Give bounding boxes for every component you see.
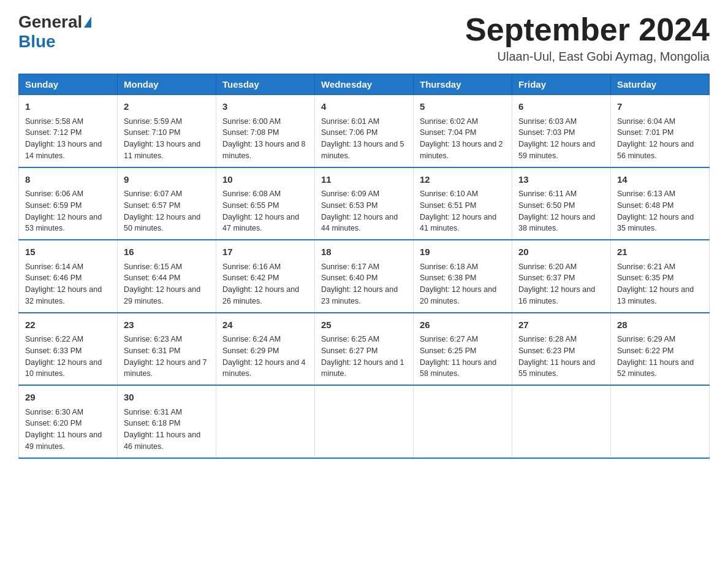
logo: General Blue <box>18 12 91 52</box>
day-info: Sunrise: 6:27 AMSunset: 6:25 PMDaylight:… <box>420 334 506 380</box>
day-info: Sunrise: 6:10 AMSunset: 6:51 PMDaylight:… <box>420 188 506 234</box>
day-info: Sunrise: 6:04 AMSunset: 7:01 PMDaylight:… <box>617 116 703 162</box>
calendar-cell: 19Sunrise: 6:18 AMSunset: 6:38 PMDayligh… <box>414 240 512 313</box>
calendar-cell: 13Sunrise: 6:11 AMSunset: 6:50 PMDayligh… <box>512 167 611 240</box>
day-number: 4 <box>321 100 407 114</box>
daylight-text: Daylight: 12 hours and 44 minutes. <box>321 212 407 235</box>
calendar-cell: 8Sunrise: 6:06 AMSunset: 6:59 PMDaylight… <box>19 167 118 240</box>
sunset-text: Sunset: 6:42 PM <box>222 272 308 284</box>
calendar-cell: 20Sunrise: 6:20 AMSunset: 6:37 PMDayligh… <box>512 240 611 313</box>
daylight-text: Daylight: 13 hours and 5 minutes. <box>321 139 407 162</box>
sunset-text: Sunset: 7:12 PM <box>25 127 111 139</box>
sunrise-text: Sunrise: 6:11 AM <box>518 188 604 200</box>
day-info: Sunrise: 6:08 AMSunset: 6:55 PMDaylight:… <box>222 188 308 234</box>
day-info: Sunrise: 6:14 AMSunset: 6:46 PMDaylight:… <box>25 261 111 307</box>
daylight-text: Daylight: 11 hours and 52 minutes. <box>617 357 703 380</box>
day-number: 22 <box>25 318 111 332</box>
day-number: 19 <box>420 245 506 259</box>
sunset-text: Sunset: 6:27 PM <box>321 345 407 357</box>
daylight-text: Daylight: 12 hours and 16 minutes. <box>518 284 604 307</box>
calendar-cell: 16Sunrise: 6:15 AMSunset: 6:44 PMDayligh… <box>118 240 216 313</box>
calendar-week-1: 1Sunrise: 5:58 AMSunset: 7:12 PMDaylight… <box>19 95 710 167</box>
sunset-text: Sunset: 6:46 PM <box>25 272 111 284</box>
day-number: 11 <box>321 173 407 187</box>
day-number: 10 <box>222 173 308 187</box>
day-number: 3 <box>222 100 308 114</box>
calendar-week-4: 22Sunrise: 6:22 AMSunset: 6:33 PMDayligh… <box>19 313 710 386</box>
daylight-text: Daylight: 12 hours and 32 minutes. <box>25 284 111 307</box>
sunset-text: Sunset: 7:04 PM <box>420 127 506 139</box>
sunset-text: Sunset: 6:55 PM <box>222 200 308 212</box>
sunrise-text: Sunrise: 6:30 AM <box>25 407 111 418</box>
day-number: 15 <box>25 245 111 259</box>
calendar-cell: 17Sunrise: 6:16 AMSunset: 6:42 PMDayligh… <box>216 240 315 313</box>
sunrise-text: Sunrise: 6:22 AM <box>25 334 111 345</box>
day-number: 8 <box>25 173 111 187</box>
calendar-week-2: 8Sunrise: 6:06 AMSunset: 6:59 PMDaylight… <box>19 167 710 240</box>
day-info: Sunrise: 6:16 AMSunset: 6:42 PMDaylight:… <box>222 261 308 307</box>
day-number: 7 <box>617 100 703 114</box>
day-info: Sunrise: 6:24 AMSunset: 6:29 PMDaylight:… <box>222 334 308 380</box>
sunset-text: Sunset: 6:18 PM <box>124 418 210 429</box>
calendar-cell: 2Sunrise: 5:59 AMSunset: 7:10 PMDaylight… <box>118 95 216 167</box>
day-info: Sunrise: 5:59 AMSunset: 7:10 PMDaylight:… <box>124 116 210 162</box>
sunset-text: Sunset: 6:50 PM <box>518 200 604 212</box>
daylight-text: Daylight: 13 hours and 8 minutes. <box>222 139 308 162</box>
header-monday: Monday <box>118 74 216 95</box>
calendar-cell: 9Sunrise: 6:07 AMSunset: 6:57 PMDaylight… <box>118 167 216 240</box>
sunrise-text: Sunrise: 6:06 AM <box>25 188 111 200</box>
day-info: Sunrise: 6:13 AMSunset: 6:48 PMDaylight:… <box>617 188 703 234</box>
sunset-text: Sunset: 7:03 PM <box>518 127 604 139</box>
day-number: 21 <box>617 245 703 259</box>
day-info: Sunrise: 6:22 AMSunset: 6:33 PMDaylight:… <box>25 334 111 380</box>
daylight-text: Daylight: 13 hours and 2 minutes. <box>420 139 506 162</box>
calendar-cell: 27Sunrise: 6:28 AMSunset: 6:23 PMDayligh… <box>512 313 611 386</box>
sunset-text: Sunset: 7:10 PM <box>124 127 210 139</box>
day-number: 27 <box>518 318 604 332</box>
day-number: 5 <box>420 100 506 114</box>
sunset-text: Sunset: 6:22 PM <box>617 345 703 357</box>
sunrise-text: Sunrise: 6:03 AM <box>518 116 604 128</box>
calendar-cell: 18Sunrise: 6:17 AMSunset: 6:40 PMDayligh… <box>315 240 414 313</box>
sunset-text: Sunset: 7:08 PM <box>222 127 308 139</box>
sunrise-text: Sunrise: 6:31 AM <box>124 407 210 418</box>
daylight-text: Daylight: 12 hours and 41 minutes. <box>420 212 506 235</box>
sunset-text: Sunset: 6:31 PM <box>124 345 210 357</box>
day-info: Sunrise: 6:00 AMSunset: 7:08 PMDaylight:… <box>222 116 308 162</box>
calendar-cell: 7Sunrise: 6:04 AMSunset: 7:01 PMDaylight… <box>611 95 710 167</box>
day-info: Sunrise: 6:09 AMSunset: 6:53 PMDaylight:… <box>321 188 407 234</box>
calendar-cell: 29Sunrise: 6:30 AMSunset: 6:20 PMDayligh… <box>19 385 118 458</box>
day-info: Sunrise: 6:07 AMSunset: 6:57 PMDaylight:… <box>124 188 210 234</box>
daylight-text: Daylight: 12 hours and 10 minutes. <box>25 357 111 380</box>
day-info: Sunrise: 6:31 AMSunset: 6:18 PMDaylight:… <box>124 407 210 453</box>
calendar-cell: 14Sunrise: 6:13 AMSunset: 6:48 PMDayligh… <box>611 167 710 240</box>
sunset-text: Sunset: 6:38 PM <box>420 272 506 284</box>
sunrise-text: Sunrise: 6:28 AM <box>518 334 604 345</box>
day-number: 9 <box>124 173 210 187</box>
title-area: September 2024 Ulaan-Uul, East Gobi Ayma… <box>465 12 710 64</box>
daylight-text: Daylight: 12 hours and 13 minutes. <box>617 284 703 307</box>
sunset-text: Sunset: 6:40 PM <box>321 272 407 284</box>
daylight-text: Daylight: 11 hours and 55 minutes. <box>518 357 604 380</box>
calendar-cell: 5Sunrise: 6:02 AMSunset: 7:04 PMDaylight… <box>414 95 512 167</box>
sunrise-text: Sunrise: 6:01 AM <box>321 116 407 128</box>
day-info: Sunrise: 6:17 AMSunset: 6:40 PMDaylight:… <box>321 261 407 307</box>
sunset-text: Sunset: 6:44 PM <box>124 272 210 284</box>
calendar-week-3: 15Sunrise: 6:14 AMSunset: 6:46 PMDayligh… <box>19 240 710 313</box>
header-friday: Friday <box>512 74 611 95</box>
day-info: Sunrise: 6:15 AMSunset: 6:44 PMDaylight:… <box>124 261 210 307</box>
daylight-text: Daylight: 12 hours and 35 minutes. <box>617 212 703 235</box>
sunset-text: Sunset: 6:20 PM <box>25 418 111 429</box>
daylight-text: Daylight: 12 hours and 26 minutes. <box>222 284 308 307</box>
daylight-text: Daylight: 11 hours and 49 minutes. <box>25 429 111 453</box>
calendar-cell: 21Sunrise: 6:21 AMSunset: 6:35 PMDayligh… <box>611 240 710 313</box>
logo-triangle-icon <box>84 17 91 28</box>
calendar-cell: 12Sunrise: 6:10 AMSunset: 6:51 PMDayligh… <box>414 167 512 240</box>
sunrise-text: Sunrise: 5:59 AM <box>124 116 210 128</box>
daylight-text: Daylight: 12 hours and 4 minutes. <box>222 357 308 380</box>
daylight-text: Daylight: 12 hours and 59 minutes. <box>518 139 604 162</box>
day-number: 20 <box>518 245 604 259</box>
sunset-text: Sunset: 6:48 PM <box>617 200 703 212</box>
logo-blue-text: Blue <box>18 32 56 52</box>
calendar-cell: 15Sunrise: 6:14 AMSunset: 6:46 PMDayligh… <box>19 240 118 313</box>
